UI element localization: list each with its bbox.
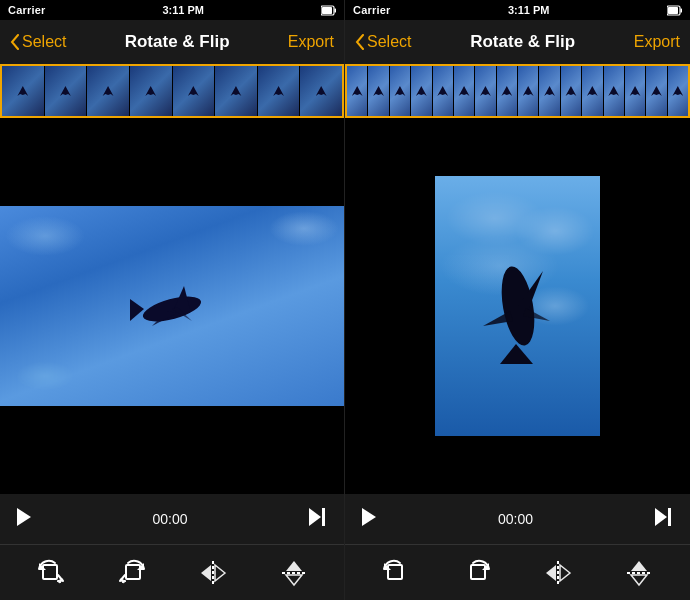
- svg-rect-34: [388, 565, 402, 579]
- right-flip-vertical-icon: [621, 555, 657, 591]
- right-play-button[interactable]: [360, 507, 378, 532]
- left-back-button[interactable]: Select: [10, 33, 66, 51]
- right-film-frame-3[interactable]: [390, 66, 411, 116]
- svg-rect-14: [126, 565, 140, 579]
- right-film-frame-1[interactable]: [347, 66, 368, 116]
- left-rotate-right-button[interactable]: [114, 555, 150, 591]
- film-frame-3[interactable]: [87, 66, 130, 116]
- left-flip-vertical-button[interactable]: [276, 555, 312, 591]
- right-carrier: Carrier: [353, 4, 390, 16]
- svg-marker-9: [309, 508, 321, 526]
- right-status-bar: Carrier 3:11 PM: [345, 0, 690, 20]
- right-film-frame-4[interactable]: [411, 66, 432, 116]
- film-frame-5[interactable]: [173, 66, 216, 116]
- right-time: 3:11 PM: [508, 4, 550, 16]
- right-skip-button[interactable]: [653, 507, 675, 532]
- left-skip-button[interactable]: [307, 507, 329, 532]
- svg-marker-5: [130, 299, 144, 321]
- left-battery-icon: [321, 5, 336, 16]
- right-film-frame-9[interactable]: [518, 66, 539, 116]
- left-export-button[interactable]: Export: [288, 33, 334, 51]
- right-film-strip[interactable]: [345, 64, 690, 118]
- film-frame-2[interactable]: [45, 66, 88, 116]
- left-nav-bar: Select Rotate & Flip Export: [0, 20, 344, 64]
- cloud3: [15, 361, 75, 391]
- right-film-frame-8[interactable]: [497, 66, 518, 116]
- left-phone-panel: Carrier 3:11 PM Select Rotate & Flip Exp…: [0, 0, 345, 600]
- left-status-bar: Carrier 3:11 PM: [0, 0, 344, 20]
- right-nav-title: Rotate & Flip: [470, 32, 575, 52]
- svg-marker-40: [560, 565, 570, 581]
- right-flip-horizontal-button[interactable]: [540, 555, 576, 591]
- svg-marker-43: [631, 575, 647, 585]
- right-toolbar: [345, 544, 690, 600]
- left-rotate-left-icon: [33, 555, 69, 591]
- left-back-label: Select: [22, 33, 66, 51]
- left-film-strip[interactable]: [0, 64, 344, 118]
- right-rotate-right-button[interactable]: [459, 555, 495, 591]
- svg-marker-8: [17, 508, 31, 526]
- film-frame-1[interactable]: [2, 66, 45, 116]
- right-film-frame-15[interactable]: [646, 66, 667, 116]
- right-back-label: Select: [367, 33, 411, 51]
- cloud1: [5, 216, 85, 256]
- svg-marker-42: [631, 561, 647, 571]
- right-shark-svg: [458, 226, 578, 386]
- right-flip-vertical-button[interactable]: [621, 555, 657, 591]
- svg-rect-1: [335, 8, 337, 12]
- left-time-display: 00:00: [152, 511, 187, 527]
- left-play-icon: [15, 507, 33, 527]
- svg-marker-18: [201, 565, 211, 581]
- right-rotate-left-icon: [378, 555, 414, 591]
- right-film-frame-10[interactable]: [539, 66, 560, 116]
- svg-rect-2: [322, 7, 332, 14]
- right-film-frame-5[interactable]: [433, 66, 454, 116]
- svg-rect-25: [668, 7, 678, 14]
- right-video-area: [345, 118, 690, 494]
- left-video-area: [0, 118, 344, 494]
- right-film-frame-2[interactable]: [368, 66, 389, 116]
- svg-marker-16: [120, 579, 126, 583]
- left-nav-title: Rotate & Flip: [125, 32, 230, 52]
- left-play-button[interactable]: [15, 507, 33, 532]
- left-chevron-icon: [10, 34, 20, 50]
- left-time: 3:11 PM: [162, 4, 204, 16]
- left-toolbar: [0, 544, 344, 600]
- right-film-frame-6[interactable]: [454, 66, 475, 116]
- right-flip-horizontal-icon: [540, 555, 576, 591]
- right-film-frame-11[interactable]: [561, 66, 582, 116]
- right-chevron-icon: [355, 34, 365, 50]
- svg-rect-10: [322, 508, 325, 526]
- right-film-frame-13[interactable]: [604, 66, 625, 116]
- film-frame-6[interactable]: [215, 66, 258, 116]
- film-frame-7[interactable]: [258, 66, 301, 116]
- right-play-icon: [360, 507, 378, 527]
- left-flip-horizontal-button[interactable]: [195, 555, 231, 591]
- svg-marker-19: [215, 565, 225, 581]
- film-frame-4[interactable]: [130, 66, 173, 116]
- svg-marker-32: [655, 508, 667, 526]
- right-film-frame-16[interactable]: [668, 66, 688, 116]
- right-skip-icon: [653, 507, 675, 527]
- svg-marker-39: [546, 565, 556, 581]
- right-rotate-left-button[interactable]: [378, 555, 414, 591]
- left-rotate-right-icon: [114, 555, 150, 591]
- right-film-frame-14[interactable]: [625, 66, 646, 116]
- left-carrier: Carrier: [8, 4, 45, 16]
- right-video-frame: [435, 176, 600, 436]
- right-back-button[interactable]: Select: [355, 33, 411, 51]
- right-film-frame-12[interactable]: [582, 66, 603, 116]
- right-export-button[interactable]: Export: [634, 33, 680, 51]
- film-frame-8[interactable]: [300, 66, 342, 116]
- right-film-frame-7[interactable]: [475, 66, 496, 116]
- right-phone-panel: Carrier 3:11 PM Select Rotate & Flip Exp…: [345, 0, 690, 600]
- cloud2: [269, 211, 339, 246]
- left-flip-horizontal-icon: [195, 555, 231, 591]
- left-shark-svg: [122, 271, 222, 341]
- left-video-frame: [0, 206, 344, 406]
- right-battery-icon: [667, 5, 682, 16]
- left-rotate-left-button[interactable]: [33, 555, 69, 591]
- svg-rect-11: [43, 565, 57, 579]
- right-controls-bar: 00:00: [345, 494, 690, 544]
- left-skip-icon: [307, 507, 329, 527]
